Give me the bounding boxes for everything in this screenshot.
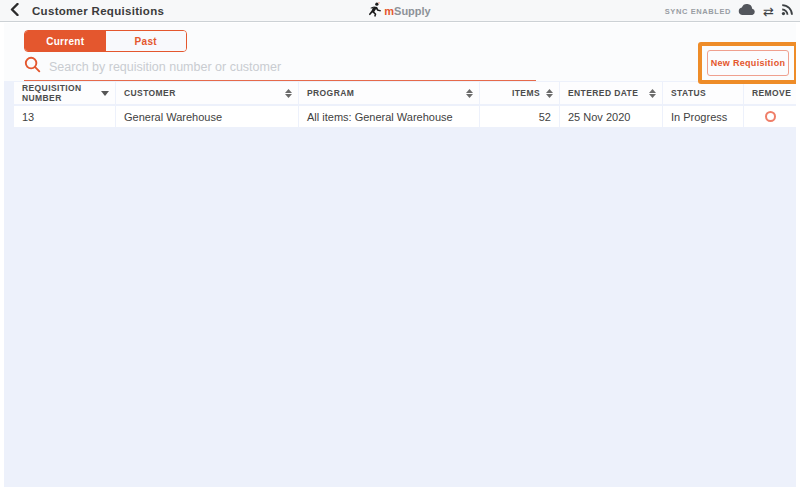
- top-navigation-bar: Customer Requisitions mSupply SYNC ENABL…: [0, 0, 800, 22]
- row-cell-items[interactable]: 52: [480, 106, 559, 127]
- column-header-requisition-number[interactable]: REQUISITION NUMBER: [14, 82, 115, 104]
- row-cell-program[interactable]: All items: General Warehouse: [299, 106, 479, 127]
- broadcast-icon[interactable]: [781, 2, 794, 20]
- new-requisition-button[interactable]: New Requisition: [707, 50, 789, 76]
- tab-past[interactable]: Past: [106, 31, 187, 51]
- row-cell-status[interactable]: In Progress: [663, 106, 743, 127]
- row-cell-remove: [744, 106, 796, 127]
- sort-both-icon: [649, 89, 656, 98]
- search-input[interactable]: [49, 60, 536, 74]
- chevron-left-icon: [10, 2, 19, 20]
- sort-both-icon: [466, 89, 473, 98]
- new-requisition-highlight: New Requisition: [698, 42, 796, 84]
- toolbar: Current Past New Requisition: [4, 23, 796, 81]
- sync-arrows-icon[interactable]: ⇄: [763, 5, 774, 18]
- column-header-entered-date[interactable]: ENTERED DATE: [560, 82, 662, 104]
- back-button[interactable]: [6, 3, 22, 19]
- row-cell-requisition-number[interactable]: 13: [14, 106, 115, 127]
- sort-both-icon: [285, 89, 292, 98]
- column-header-status: STATUS: [663, 82, 743, 104]
- row-cell-entered-date[interactable]: 25 Nov 2020: [560, 106, 662, 127]
- column-header-items[interactable]: ITEMS: [480, 82, 559, 104]
- search-bar: [24, 56, 536, 81]
- tab-current[interactable]: Current: [25, 31, 106, 51]
- search-icon: [24, 56, 41, 77]
- requisitions-table: REQUISITION NUMBER CUSTOMER PROGRAM ITEM…: [14, 82, 786, 127]
- sort-desc-icon: [101, 91, 109, 96]
- content-area: Current Past New Requisition REQUISITION…: [4, 23, 796, 487]
- column-header-remove: REMOVE: [744, 82, 796, 104]
- cloud-icon: [738, 2, 756, 20]
- sort-both-icon: [546, 89, 553, 98]
- tab-group: Current Past: [24, 30, 187, 52]
- page-title: Customer Requisitions: [32, 0, 164, 22]
- sync-status-text: SYNC ENABLED: [665, 7, 731, 16]
- radio-circle-icon[interactable]: [765, 111, 776, 122]
- runner-logo-icon: [369, 2, 382, 21]
- sync-status-cluster: SYNC ENABLED ⇄: [665, 0, 794, 22]
- column-header-program[interactable]: PROGRAM: [299, 82, 479, 104]
- logo-text: mSupply: [384, 5, 430, 17]
- column-header-customer[interactable]: CUSTOMER: [116, 82, 298, 104]
- row-cell-customer[interactable]: General Warehouse: [116, 106, 298, 127]
